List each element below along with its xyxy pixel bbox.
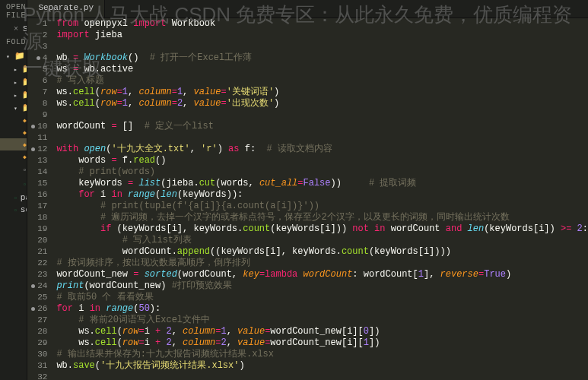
open-files-header: OPEN FILES [0, 0, 27, 23]
code-line[interactable]: # 将前20词语写入Excel文件中 [53, 315, 588, 326]
fold-marker-icon[interactable] [31, 147, 35, 151]
line-number: 17 [27, 201, 47, 212]
code-line[interactable] [53, 132, 588, 144]
code-area[interactable]: 1234567891011121314151617181920212223242… [27, 18, 588, 380]
line-number: 6 [27, 75, 47, 87]
line-number: 2 [27, 30, 47, 41]
folders-header: FOLDERS [0, 35, 27, 49]
code-line[interactable]: # print(words) [53, 166, 588, 178]
code-line[interactable]: ws.cell(row=1, column=1, value='关键词语') [53, 87, 588, 98]
file-十九大全文.txt[interactable]: ▫ 十九大全文.txt [0, 163, 27, 177]
file-label: source.xlsx [21, 205, 28, 214]
line-number: 23 [27, 269, 47, 280]
file-label: path_to_file.xlsx [21, 193, 28, 202]
file-sudo.py[interactable]: ◆ sudo.py [0, 150, 27, 163]
file-icon: ▫ [14, 195, 17, 201]
code-line[interactable]: from openpyxl import Workbook [53, 18, 588, 30]
line-number: 28 [27, 326, 47, 337]
fold-marker-icon[interactable] [31, 307, 35, 311]
folder-20191209[interactable]: 📁 20191209 [0, 88, 27, 101]
code-line[interactable]: for i in range(len(keyWords)): [53, 189, 588, 201]
code-line[interactable]: # print(tuple(f'{a[i]}{a.count(a[i])}')) [53, 201, 588, 212]
tab-label: Separate.py [38, 3, 94, 12]
line-number: 18 [27, 212, 47, 223]
code-line[interactable] [53, 372, 588, 380]
code-line[interactable]: # 写入标题 [53, 75, 588, 87]
line-number: 30 [27, 349, 47, 360]
code-line[interactable]: wordCount.append((keyWords[i], keyWords.… [53, 246, 588, 258]
file-source.xlsx[interactable]: ▫ source.xlsx [0, 204, 27, 216]
tab-separate-py[interactable]: Separate.py [27, 0, 105, 17]
folder-icon [14, 78, 19, 87]
code-content[interactable]: from openpyxl import Workbookimport jieb… [53, 18, 588, 380]
line-number: 20 [27, 235, 47, 246]
code-line[interactable]: # 遍历词频，去掉一个汉字的或者标点符号，保存至少2个汉字，以及更长的词频，同时… [53, 212, 588, 223]
file-icon: ◆ [23, 117, 27, 124]
line-number: 10 [27, 121, 47, 132]
line-number: 25 [27, 292, 47, 303]
line-number: 29 [27, 337, 47, 349]
fold-marker-icon[interactable] [37, 56, 40, 60]
code-line[interactable]: with open('十九大全文.txt', 'r') as f: # 读取文档… [53, 144, 588, 155]
close-icon[interactable]: × [14, 25, 18, 33]
line-number: 8 [27, 98, 47, 109]
code-line[interactable]: ws.cell(row=i + 2, column=1, value=wordC… [53, 326, 588, 337]
sidebar: OPEN FILES ×Separate.py FOLDERS 📁 Python… [0, 0, 27, 380]
code-line[interactable]: print(wordCount_new) #打印预览效果 [53, 280, 588, 292]
folder-label: 📁 20191209 [22, 90, 28, 100]
folder-icon [14, 65, 19, 74]
file-icon: ◆ [23, 154, 27, 160]
code-line[interactable]: # 输出结果并保存为:十九大报告词频统计结果.xlsx [53, 349, 588, 360]
file-path_to_file.xlsx[interactable]: ▫ path_to_file.xlsx [0, 192, 27, 204]
open-file-item[interactable]: ×Separate.py [0, 23, 27, 35]
folder-label: 📁 20191201 [22, 64, 28, 74]
editor-area: Separate.py 1234567891011121314151617181… [27, 0, 588, 380]
file-icon: ▫ [23, 166, 27, 173]
code-line[interactable]: ws = wb.active [53, 64, 588, 75]
code-line[interactable]: wordCount = [] # 定义一个list [53, 121, 588, 132]
line-number: 5 [27, 64, 47, 75]
code-line[interactable]: keyWords = list(jieba.cut(words, cut_all… [53, 178, 588, 189]
code-line[interactable]: import jieba [53, 30, 588, 41]
code-line[interactable]: # 取前50 个 看看效果 [53, 292, 588, 303]
code-line[interactable]: ws.cell(row=i + 2, column=2, value=wordC… [53, 337, 588, 349]
code-line[interactable]: wordCount_new = sorted(wordCount, key=la… [53, 269, 588, 280]
code-line[interactable] [53, 41, 588, 52]
fold-marker-icon[interactable] [31, 284, 35, 288]
file-Separate.py[interactable]: ◆ Separate.py [0, 138, 27, 150]
fold-marker-icon[interactable] [31, 125, 35, 128]
line-number: 22 [27, 258, 47, 269]
code-line[interactable]: for i in range(50): [53, 303, 588, 315]
line-number: 1 [27, 18, 47, 30]
file-getKeyWord.py[interactable]: ◆ getKeyWord.py [0, 114, 27, 126]
line-number: 7 [27, 87, 47, 98]
root-folder[interactable]: 📁 Python Script [0, 49, 27, 62]
folder-20191214[interactable]: 📁 20191214 [0, 101, 27, 114]
code-line[interactable]: # 写入list列表 [53, 235, 588, 246]
line-number: 14 [27, 166, 47, 178]
tab-bar: Separate.py [27, 0, 588, 18]
file-icon: ▫ [23, 181, 27, 188]
code-line[interactable]: # 按词频排序，按出现次数最高顺序，倒序排列 [53, 258, 588, 269]
folder-20191202[interactable]: 📁 20191202 [0, 75, 27, 88]
code-line[interactable]: words = f.read() [53, 155, 588, 166]
code-line[interactable] [53, 109, 588, 121]
line-number: 24 [27, 280, 47, 292]
line-number: 32 [27, 372, 47, 380]
code-line[interactable]: ws.cell(row=1, column=2, value='出现次数') [53, 98, 588, 109]
code-line[interactable]: wb = Workbook() # 打开一个Excel工作薄 [53, 52, 588, 64]
file-getSourceArticle.py[interactable]: ◆ getSourceArticle.py [0, 126, 27, 138]
line-number: 21 [27, 246, 47, 258]
folder-icon [14, 103, 19, 112]
code-line[interactable]: wb.save('十九大报告词频统计结果.xlsx') [53, 360, 588, 372]
file-十九大报告词频统计结果.xlsx[interactable]: ▫ 十九大报告词频统计结果.xlsx [0, 177, 27, 192]
code-line[interactable]: if (keyWords[i], keyWords.count(keyWords… [53, 223, 588, 235]
folder-icon [14, 90, 19, 100]
line-number: 13 [27, 155, 47, 166]
line-number: 31 [27, 360, 47, 372]
folder-20191201[interactable]: 📁 20191201 [0, 62, 27, 75]
line-number: 12 [27, 144, 47, 155]
line-number: 15 [27, 178, 47, 189]
line-number: 11 [27, 132, 47, 144]
line-number: 9 [27, 109, 47, 121]
